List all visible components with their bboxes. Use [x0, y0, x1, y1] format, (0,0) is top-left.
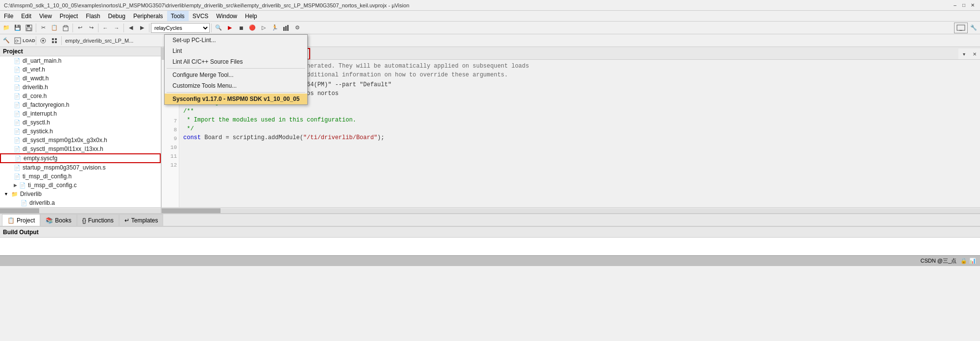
collapse-icon: ▼ [4, 192, 8, 196]
semi: ); [377, 134, 384, 141]
tree-item-dl-core[interactable]: 📄 dl_core.h [0, 92, 161, 100]
tb2-target[interactable] [38, 35, 49, 46]
tb-save[interactable]: 💾 [12, 23, 23, 33]
tb-back[interactable]: ← [100, 23, 111, 33]
code-line-10: */ [183, 124, 976, 133]
tree-item-dl-systick[interactable]: 📄 dl_systick.h [0, 127, 161, 136]
tree-item-driverlib-a[interactable]: 📄 driverlib.a [0, 198, 161, 207]
tb-debug-red[interactable]: 🔴 [247, 23, 258, 33]
file-icon: 📄 [14, 128, 21, 135]
menu-debug[interactable]: Debug [104, 11, 129, 21]
tb-forward[interactable]: → [111, 23, 122, 33]
const-keyword: const [183, 134, 201, 141]
file-icon: 📄 [21, 200, 27, 206]
bottom-tab-books[interactable]: 📚 Books [40, 214, 76, 226]
tb-wrench[interactable]: 🔧 [968, 23, 979, 33]
svg-rect-2 [27, 28, 31, 30]
file-icon: 📄 [14, 58, 21, 64]
tree-label: dl_vref.h [23, 66, 45, 73]
menu-window[interactable]: Window [212, 11, 241, 21]
tb-chart[interactable] [281, 23, 292, 33]
tree-item-ti-config-c[interactable]: ▶ 📄 ti_msp_dl_config.c [0, 181, 161, 190]
sep2 [73, 24, 73, 32]
tree-item-dl-wwdt[interactable]: 📄 dl_wwdt.h [0, 74, 161, 83]
tb-reload[interactable]: 🏃 [270, 23, 280, 33]
project-h-scrollbar[interactable] [0, 207, 161, 213]
bottom-tab-functions[interactable]: {} Functions [77, 214, 119, 226]
tree-item-dl-sysctl-g3x0x[interactable]: 📄 dl_sysctl_mspm0g1x0x_g3x0x.h [0, 136, 161, 145]
dropdown-configure-merge[interactable]: Configure Merge Tool... [165, 70, 307, 80]
menu-flash[interactable]: Flash [82, 11, 104, 21]
relay-cycles-dropdown[interactable]: relayCycles [151, 23, 210, 33]
tree-item-dl-sysctl[interactable]: 📄 dl_sysctl.h [0, 118, 161, 127]
dropdown-lint[interactable]: Lint [165, 46, 307, 56]
menu-view[interactable]: View [35, 11, 56, 21]
functions-tab-icon: {} [82, 217, 86, 224]
tb2-component[interactable] [49, 35, 60, 46]
menu-help[interactable]: Help [241, 11, 261, 21]
dropdown-sysconfig[interactable]: Sysconfig v1.17.0 - MSPM0 SDK v1_10_00_0… [165, 94, 307, 104]
tb-bookmark-prev[interactable]: ◀ [125, 23, 136, 33]
tb2-rebuild[interactable]: ⟳ [12, 35, 23, 46]
tb-settings[interactable]: ⚙ [292, 23, 303, 33]
tree-item-dl-vref[interactable]: 📄 dl_vref.h [0, 65, 161, 74]
tb-new[interactable]: 📁 [1, 23, 12, 33]
menu-tools[interactable]: Tools [167, 11, 189, 21]
project-scroll-area[interactable]: 📄 dl_uart_main.h 📄 dl_vref.h 📄 dl_wwdt.h… [0, 56, 161, 207]
tree-item-startup[interactable]: 📄 startup_mspm0g3507_uvision.s [0, 163, 161, 172]
bottom-tab-templates[interactable]: ↵ Templates [119, 214, 164, 226]
tree-label: empty.syscfg [24, 155, 57, 162]
status-bar: CSDN @三_点 🔒 📊 [0, 255, 980, 266]
tb-paste[interactable] [60, 23, 71, 33]
dropdown-customize-tools[interactable]: Customize Tools Menu... [165, 80, 307, 91]
templates-tab-label: Templates [131, 217, 158, 224]
tree-item-dl-sysctl-l13xx[interactable]: 📄 dl_sysctl_mspm0l11xx_l13xx.h [0, 145, 161, 153]
comment-end: */ [183, 125, 194, 132]
tb-run[interactable]: ▶ [224, 23, 235, 33]
bottom-tab-project[interactable]: 📋 Project [2, 214, 40, 226]
maximize-button[interactable]: □ [960, 2, 967, 9]
tab-scroll-down[interactable]: ▾ [958, 49, 969, 59]
menu-bar: File Edit View Project Flash Debug Perip… [0, 11, 980, 22]
editor-h-scrollbar[interactable] [162, 207, 980, 213]
tb-bookmark-next[interactable]: ▶ [137, 23, 147, 33]
menu-project[interactable]: Project [56, 11, 82, 21]
close-button[interactable]: ✕ [969, 2, 976, 9]
expand-icon[interactable]: ▶ [14, 183, 17, 188]
dropdown-setup-pclint[interactable]: Set-up PC-Lint... [165, 35, 307, 46]
tb-copy[interactable]: 📋 [49, 23, 60, 33]
menu-peripherals[interactable]: Peripherals [129, 11, 167, 21]
menu-svcs[interactable]: SVCS [189, 11, 213, 21]
build-output-label: Build Output [3, 229, 39, 236]
svg-rect-15 [52, 38, 54, 40]
tb-step[interactable]: ▷ [258, 23, 269, 33]
tree-item-dl-interrupt[interactable]: 📄 dl_interrupt.h [0, 109, 161, 118]
tree-label: driverlib.a [29, 199, 55, 206]
menu-file[interactable]: File [0, 11, 17, 21]
tree-item-ti-config-h[interactable]: 📄 ti_msp_dl_config.h [0, 172, 161, 181]
tb-undo[interactable]: ↩ [74, 23, 85, 33]
tree-item-driverlib-h[interactable]: 📄 driverlib.h [0, 83, 161, 92]
minimize-button[interactable]: – [952, 2, 958, 9]
comment-start: /** [183, 108, 194, 115]
file-icon: 📄 [14, 93, 21, 99]
tree-folder-driverlib[interactable]: ▼ 📁 Driverlib [0, 190, 161, 198]
tree-item-dl-factory[interactable]: 📄 dl_factoryregion.h [0, 100, 161, 109]
tab-close-all[interactable]: ✕ [969, 49, 980, 59]
code-line-8: /** [183, 107, 976, 116]
tb-monitor[interactable] [954, 23, 968, 33]
tb-redo[interactable]: ↪ [86, 23, 97, 33]
tree-item-empty-syscfg[interactable]: 📄 empty.syscfg [0, 153, 161, 163]
menu-edit[interactable]: Edit [17, 11, 35, 21]
tb-save-all[interactable] [24, 23, 34, 33]
sep-2 [167, 92, 305, 93]
sep8 [61, 36, 62, 45]
tb2-build[interactable]: 🔨 [1, 35, 12, 46]
tb-cut[interactable]: ✂ [38, 23, 49, 33]
books-tab-label: Books [55, 217, 71, 224]
dropdown-lint-all[interactable]: Lint All C/C++ Source Files [165, 56, 307, 67]
tb-stop[interactable]: ⏹ [236, 23, 246, 33]
tree-item-dl-uart[interactable]: 📄 dl_uart_main.h [0, 56, 161, 65]
tb-search[interactable]: 🔍 [213, 23, 224, 33]
tb2-load[interactable]: LOAD [24, 35, 34, 46]
